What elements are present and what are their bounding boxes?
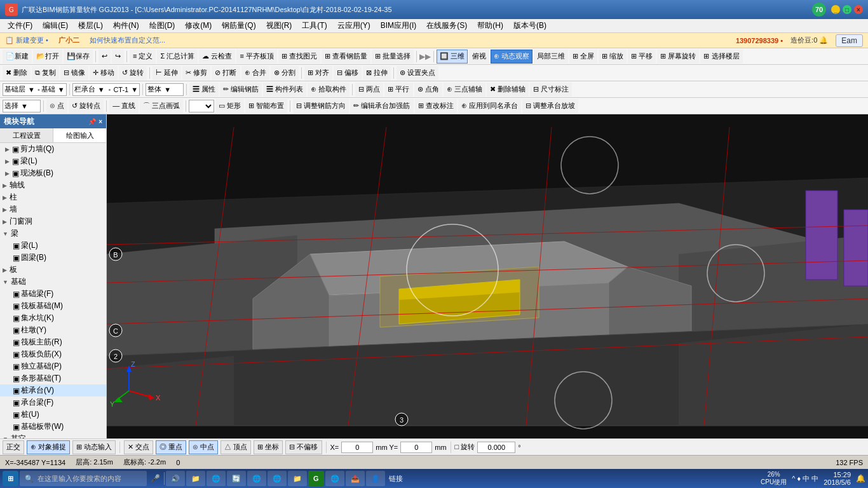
btn-view-rebar[interactable]: ⊞ 查看钢筋量 bbox=[322, 50, 370, 64]
btn-three-arc[interactable]: ⌒ 三点画弧 bbox=[140, 99, 183, 113]
btn-properties[interactable]: ☰ 属性 bbox=[189, 83, 219, 97]
menu-cloud[interactable]: 云应用(Y) bbox=[332, 19, 376, 32]
taskbar-app-globe[interactable]: 🌐 bbox=[325, 471, 344, 486]
tree-item-pile-cap[interactable]: ▣ 桩承台(V) bbox=[0, 384, 106, 396]
tree-item-found-beam[interactable]: ▣ 基础梁(F) bbox=[0, 288, 106, 300]
btn-three-point-aux[interactable]: ⊕ 三点辅轴 bbox=[444, 83, 485, 97]
taskbar-search[interactable]: 🔍 在这里输入你要搜索的内容 bbox=[20, 471, 147, 486]
snap-midpoint[interactable]: ⊙ 中点 bbox=[189, 440, 218, 454]
tab-project-settings[interactable]: 工程设置 bbox=[0, 128, 53, 142]
btn-undo[interactable]: ↩ bbox=[98, 50, 111, 64]
btn-rotate-point[interactable]: ↺ 旋转点 bbox=[69, 99, 104, 113]
sidebar-close-icon[interactable]: × bbox=[98, 118, 102, 125]
btn-split[interactable]: ⊗ 分割 bbox=[271, 66, 299, 80]
btn-copy[interactable]: ⧉ 复制 bbox=[32, 66, 59, 80]
snap-intersection[interactable]: ✕ 交点 bbox=[124, 440, 153, 454]
tree-item-round-beam[interactable]: ▣ 圆梁(B) bbox=[0, 252, 106, 264]
btn-dimension[interactable]: ⊟ 尺寸标注 bbox=[530, 83, 572, 97]
taskbar-app-browser1[interactable]: 🌐 bbox=[207, 471, 226, 486]
btn-edit-cap-reinf[interactable]: ✏ 编辑承台加强筋 bbox=[350, 99, 413, 113]
btn-rect[interactable]: ▭ 矩形 bbox=[215, 99, 244, 113]
btn-define[interactable]: ≡ 定义 bbox=[130, 50, 156, 64]
tree-item-door-window[interactable]: ▶ 门窗洞 bbox=[0, 215, 106, 227]
tree-item-beam-l[interactable]: ▶ ▣ 梁(L) bbox=[0, 155, 106, 167]
menu-floor[interactable]: 楼层(L) bbox=[73, 19, 108, 32]
taskbar-app-sound[interactable]: 🔊 bbox=[166, 471, 185, 486]
btn-3d[interactable]: 🔲 三维 bbox=[437, 50, 468, 64]
btn-partial-3d[interactable]: 局部三维 bbox=[534, 50, 568, 64]
tree-item-cast-slab[interactable]: ▶ ▣ 现浇板(B) bbox=[0, 167, 106, 179]
btn-screen-rotate[interactable]: ⊞ 屏幕旋转 bbox=[657, 50, 699, 64]
menu-modify[interactable]: 修改(M) bbox=[180, 19, 217, 32]
menu-tools[interactable]: 工具(T) bbox=[297, 19, 332, 32]
taskbar-app-browser2[interactable]: 🌐 bbox=[247, 471, 266, 486]
rotate-input[interactable] bbox=[477, 442, 515, 453]
menu-bim[interactable]: BIM应用(I) bbox=[376, 19, 422, 32]
tree-item-axis[interactable]: ▶ 轴线 bbox=[0, 179, 106, 191]
tree-item-pile[interactable]: ▣ 桩(U) bbox=[0, 409, 106, 421]
taskbar-app-browser3[interactable]: 🌐 bbox=[268, 471, 287, 486]
btn-smart-layout[interactable]: ⊞ 智能布置 bbox=[245, 99, 287, 113]
menu-draw[interactable]: 绘图(D) bbox=[144, 19, 180, 32]
btn-fullscreen[interactable]: ⊞ 全屏 bbox=[569, 50, 597, 64]
select-mode[interactable]: 选择 ▼ bbox=[3, 100, 41, 112]
btn-batch-select[interactable]: ⊞ 批量选择 bbox=[372, 50, 414, 64]
tree-item-column-cap[interactable]: ▣ 柱墩(Y) bbox=[0, 324, 106, 336]
tree-item-found-slab-band[interactable]: ▣ 基础板带(W) bbox=[0, 421, 106, 433]
notif-new-change[interactable]: 📋 新建变更 • bbox=[5, 36, 48, 45]
view-selector[interactable]: 整体 ▼ bbox=[146, 83, 184, 96]
btn-top-view[interactable]: 俯视 bbox=[469, 50, 489, 64]
btn-point[interactable]: ⊙ 点 bbox=[46, 99, 67, 113]
tree-item-strip-found[interactable]: ▣ 条形基础(T) bbox=[0, 372, 106, 384]
notification-icon[interactable]: 🔔 bbox=[856, 474, 865, 483]
tree-item-isolated-found[interactable]: ▣ 独立基础(P) bbox=[0, 360, 106, 372]
tree-item-raft-neg-rebar[interactable]: ▣ 筏板负筋(X) bbox=[0, 348, 106, 360]
x-input[interactable] bbox=[341, 442, 373, 453]
btn-point-angle[interactable]: ⊛ 点角 bbox=[414, 83, 442, 97]
menu-help[interactable]: 帮助(H) bbox=[472, 19, 508, 32]
btn-find-element[interactable]: ⊞ 查找图元 bbox=[278, 50, 320, 64]
btn-new[interactable]: 📄新建 bbox=[3, 50, 32, 64]
menu-file[interactable]: 文件(F) bbox=[3, 19, 37, 32]
btn-sum-calc[interactable]: Σ 汇总计算 bbox=[157, 50, 198, 64]
tree-item-beam[interactable]: ▼ 梁 bbox=[0, 227, 106, 240]
btn-set-grip[interactable]: ⊛ 设置夹点 bbox=[397, 66, 438, 80]
btn-component-list[interactable]: ☰ 构件列表 bbox=[263, 83, 306, 97]
btn-edit-rebar[interactable]: ✏ 编辑钢筋 bbox=[220, 83, 262, 97]
tree-item-slab[interactable]: ▶ 板 bbox=[0, 264, 106, 276]
tree-item-foundation[interactable]: ▼ 基础 bbox=[0, 276, 106, 288]
tree-item-raft[interactable]: ▣ 筏板基础(M) bbox=[0, 300, 106, 312]
tree-item-other[interactable]: ▼ 其它 bbox=[0, 433, 106, 438]
btn-move[interactable]: ✛ 移动 bbox=[90, 66, 118, 80]
snap-orthogonal[interactable]: 正交 bbox=[3, 440, 24, 454]
btn-break[interactable]: ⊘ 打断 bbox=[212, 66, 240, 80]
snap-no-offset[interactable]: ⊟ 不偏移 bbox=[285, 440, 322, 454]
cap-selector[interactable]: 栏承台 ▼ • CT-1 ▼ bbox=[72, 83, 140, 96]
color-selector[interactable] bbox=[189, 100, 214, 112]
btn-two-points[interactable]: ⊟ 两点 bbox=[355, 83, 383, 97]
btn-pick-component[interactable]: ⊕ 拾取构件 bbox=[308, 83, 349, 97]
btn-mirror[interactable]: ⊟ 镜像 bbox=[60, 66, 88, 80]
canvas-area[interactable]: Z X Y B C 2 3 bbox=[107, 114, 868, 438]
taskbar-app-folder[interactable]: 📁 bbox=[288, 471, 307, 486]
tree-item-raft-main-rebar[interactable]: ▣ 筏板主筋(R) bbox=[0, 336, 106, 348]
notif-tip[interactable]: 如何快速布置自定义范... bbox=[90, 36, 165, 45]
btn-adjust-rebar-dir[interactable]: ⊟ 调整钢筋方向 bbox=[293, 99, 349, 113]
btn-parallel[interactable]: ⊞ 平行 bbox=[384, 83, 412, 97]
maximize-button[interactable]: □ bbox=[843, 5, 851, 14]
snap-dynamic-input[interactable]: ⊞ 动态输入 bbox=[72, 440, 116, 454]
mic-icon[interactable]: 🎤 bbox=[148, 474, 163, 483]
taskbar-app-g[interactable]: G bbox=[308, 471, 324, 486]
start-button[interactable]: ⊞ bbox=[3, 471, 18, 486]
btn-apply-same-cap[interactable]: ⊕ 应用到同名承台 bbox=[458, 99, 521, 113]
layer-selector[interactable]: 基础层 ▼ • 基础 ▼ bbox=[3, 83, 67, 96]
btn-dynamic-observe[interactable]: ⊕ 动态观察 bbox=[491, 50, 532, 64]
menu-rebar-qty[interactable]: 钢筋量(Q) bbox=[217, 19, 261, 32]
btn-cloud-check[interactable]: ☁ 云检查 bbox=[199, 50, 235, 64]
btn-open[interactable]: 📂打开 bbox=[33, 50, 62, 64]
btn-delete-aux[interactable]: ✖ 删除辅轴 bbox=[487, 83, 529, 97]
tree-item-cap-beam[interactable]: ▣ 承台梁(F) bbox=[0, 396, 106, 409]
btn-align[interactable]: ⊞ 对齐 bbox=[304, 66, 332, 80]
snap-vertex[interactable]: △ 顶点 bbox=[220, 440, 251, 454]
snap-object-capture[interactable]: ⊕ 对象捕捉 bbox=[27, 440, 70, 454]
